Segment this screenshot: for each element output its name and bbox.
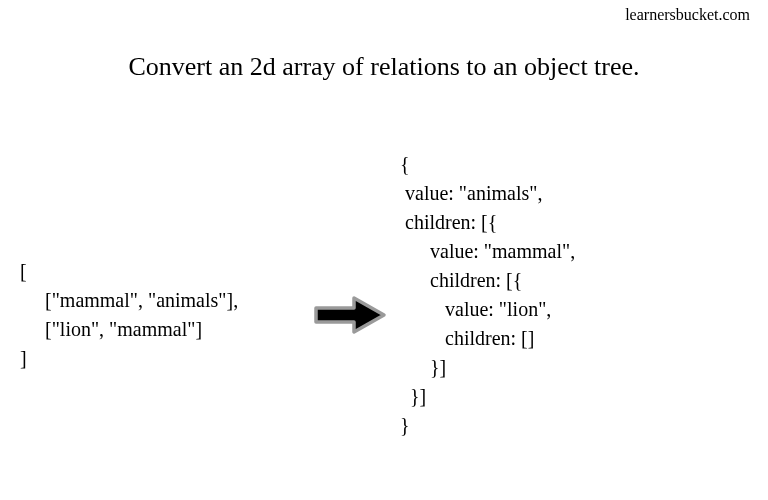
output-code-block: { value: "animals", children: [{ value: … [400,150,575,440]
content-panel: [ ["mammal", "animals"], ["lion", "mamma… [20,150,748,440]
arrow-icon [300,294,400,336]
input-code-block: [ ["mammal", "animals"], ["lion", "mamma… [20,257,300,373]
page-title: Convert an 2d array of relations to an o… [0,52,768,82]
site-watermark: learnersbucket.com [625,6,750,24]
